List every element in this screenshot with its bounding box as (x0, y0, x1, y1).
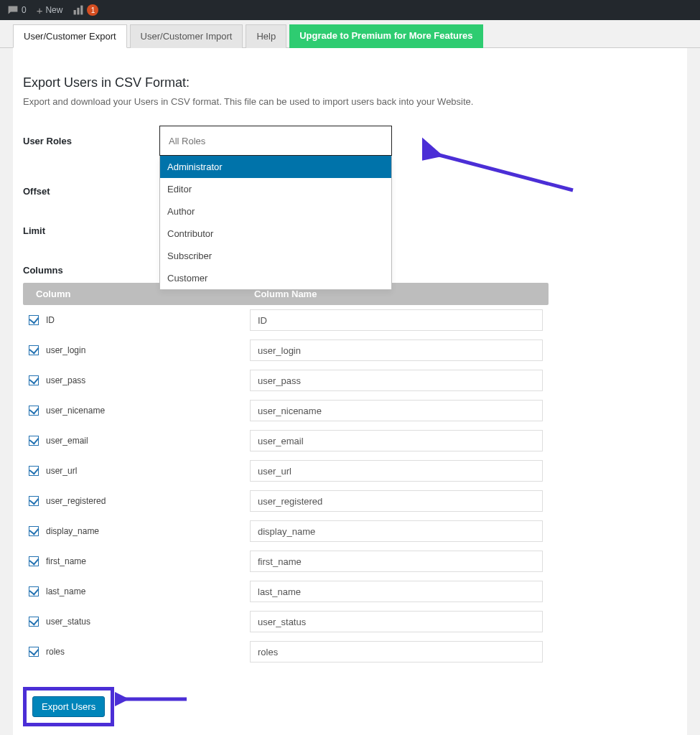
column-checkbox[interactable] (29, 345, 39, 355)
column-label: user_url (46, 466, 77, 476)
role-option[interactable]: Subscriber (160, 245, 391, 267)
columns-area: Column Column Name IDuser_loginuser_pass… (23, 283, 549, 667)
column-name-input[interactable] (250, 340, 543, 361)
column-label: user_login (46, 345, 85, 355)
columns-header-col: Column (36, 289, 254, 299)
offset-label: Offset (23, 186, 159, 197)
column-label: user_nicename (46, 406, 105, 416)
seo-icon (73, 4, 84, 16)
user-roles-dropdown: AdministratorEditorAuthorContributorSubs… (159, 156, 392, 290)
notification-badge: 1 (87, 4, 98, 16)
export-users-button[interactable]: Export Users (32, 696, 105, 717)
plus-icon: + (37, 4, 43, 17)
svg-rect-2 (81, 6, 83, 15)
column-row: display_name (23, 516, 549, 546)
column-checkbox[interactable] (29, 466, 39, 476)
columns-header-name: Column Name (254, 289, 317, 299)
column-name-input[interactable] (250, 309, 543, 331)
user-roles-row: User Roles AdministratorEditorAuthorCont… (23, 126, 677, 156)
column-checkbox[interactable] (29, 526, 39, 536)
column-checkbox[interactable] (29, 556, 39, 566)
tab-bar: User/Customer Export User/Customer Impor… (0, 24, 700, 48)
svg-line-3 (437, 154, 573, 190)
column-row: roles (23, 637, 549, 667)
new-label: New (45, 5, 62, 15)
column-checkbox[interactable] (29, 375, 39, 385)
column-label: user_pass (46, 375, 85, 385)
column-name-input[interactable] (250, 641, 543, 663)
user-roles-select[interactable]: AdministratorEditorAuthorContributorSubs… (159, 126, 392, 156)
role-option[interactable]: Contributor (160, 223, 391, 245)
column-label: ID (46, 315, 55, 325)
role-option[interactable]: Author (160, 200, 391, 223)
annotation-arrow-export (115, 688, 194, 710)
column-name-input[interactable] (250, 551, 543, 572)
column-row: user_pass (23, 365, 549, 395)
column-row: user_nicename (23, 395, 549, 426)
column-label: display_name (46, 526, 99, 536)
comment-icon (7, 4, 19, 16)
column-checkbox[interactable] (29, 647, 39, 657)
column-label: roles (46, 647, 65, 657)
column-label: first_name (46, 556, 86, 566)
limit-label: Limit (23, 225, 159, 236)
column-row: user_url (23, 456, 549, 486)
export-button-highlight: Export Users (23, 687, 114, 726)
column-checkbox[interactable] (29, 406, 39, 416)
column-row: first_name (23, 546, 549, 576)
column-name-input[interactable] (250, 430, 543, 451)
new-content-link[interactable]: + New (37, 4, 63, 17)
column-checkbox[interactable] (29, 586, 39, 596)
tab-export[interactable]: User/Customer Export (13, 24, 127, 48)
seo-indicator[interactable]: 1 (73, 4, 98, 16)
column-row: user_status (23, 607, 549, 637)
column-label: user_registered (46, 496, 106, 506)
page-description: Export and download your Users in CSV fo… (23, 96, 677, 107)
column-row: user_registered (23, 486, 549, 516)
column-name-input[interactable] (250, 611, 543, 632)
comments-link[interactable]: 0 (7, 4, 27, 16)
role-option[interactable]: Administrator (160, 156, 391, 178)
column-row: user_login (23, 335, 549, 365)
column-label: user_email (46, 436, 88, 446)
column-name-input[interactable] (250, 490, 543, 512)
column-checkbox[interactable] (29, 617, 39, 627)
admin-bar: 0 + New 1 (0, 0, 700, 20)
column-name-input[interactable] (250, 460, 543, 482)
column-row: last_name (23, 576, 549, 607)
user-roles-label: User Roles (23, 136, 159, 146)
column-label: last_name (46, 586, 85, 596)
svg-rect-1 (78, 8, 80, 15)
tab-help[interactable]: Help (246, 24, 286, 48)
column-name-input[interactable] (250, 581, 543, 602)
column-row: user_email (23, 426, 549, 456)
svg-rect-0 (74, 10, 76, 14)
tab-upgrade[interactable]: Upgrade to Premium for More Features (289, 24, 482, 48)
role-option[interactable]: Customer (160, 267, 391, 289)
column-label: user_status (46, 617, 90, 627)
column-checkbox[interactable] (29, 496, 39, 506)
column-name-input[interactable] (250, 370, 543, 391)
export-panel: Export Users in CSV Format: Export and d… (13, 48, 687, 735)
tab-import[interactable]: User/Customer Import (130, 24, 243, 48)
comments-count: 0 (22, 5, 27, 15)
column-checkbox[interactable] (29, 436, 39, 446)
user-roles-input[interactable] (159, 126, 392, 156)
column-row: ID (23, 305, 549, 335)
role-option[interactable]: Editor (160, 178, 391, 200)
column-checkbox[interactable] (29, 315, 39, 325)
column-name-input[interactable] (250, 520, 543, 542)
column-name-input[interactable] (250, 400, 543, 421)
page-title: Export Users in CSV Format: (23, 75, 677, 90)
